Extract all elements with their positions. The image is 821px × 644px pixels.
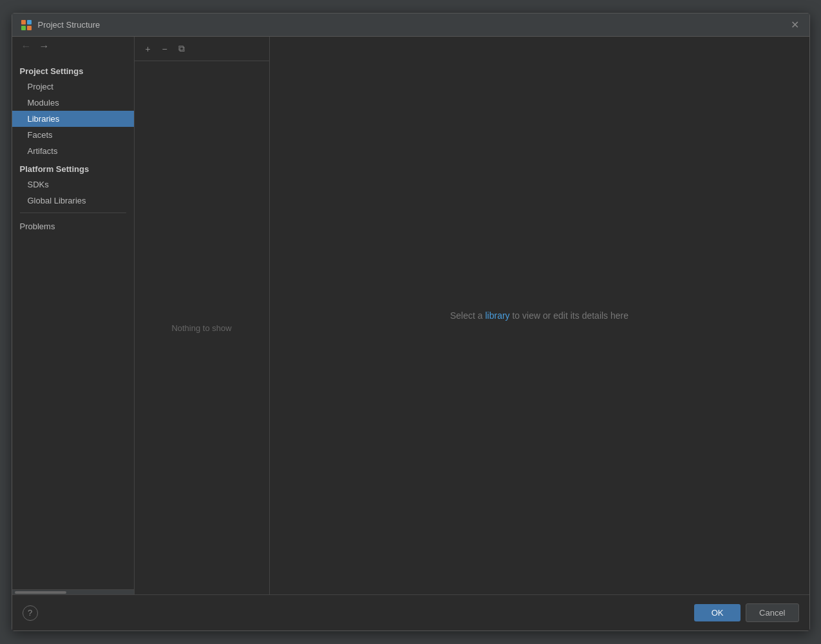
library-list-panel: + − ⧉ Nothing to show <box>135 37 270 594</box>
sidebar-scrollbar[interactable] <box>15 591 66 594</box>
sidebar-item-facets[interactable]: Facets <box>12 127 134 143</box>
svg-rect-0 <box>21 20 26 24</box>
project-structure-dialog: Project Structure ✕ ← → Project Settings… <box>12 13 810 631</box>
sidebar: ← → Project Settings Project Modules Lib… <box>12 37 135 594</box>
copy-library-button[interactable]: ⧉ <box>175 42 189 56</box>
nav-back-forward: ← → <box>12 37 134 56</box>
ok-button[interactable]: OK <box>694 604 741 621</box>
library-hint: Select a library to view or edit its det… <box>450 310 628 321</box>
help-button[interactable]: ? <box>23 605 38 621</box>
sidebar-nav: Project Settings Project Modules Librari… <box>12 56 134 589</box>
add-library-button[interactable]: + <box>141 42 155 56</box>
svg-rect-3 <box>27 26 32 30</box>
sidebar-scrollbar-area <box>12 589 134 594</box>
dialog-title: Project Structure <box>38 20 100 30</box>
sidebar-item-artifacts[interactable]: Artifacts <box>12 143 134 159</box>
split-layout: + − ⧉ Nothing to show Select a library t… <box>135 37 809 594</box>
footer-left: ? <box>23 605 38 621</box>
forward-button[interactable]: → <box>37 41 52 52</box>
close-button[interactable]: ✕ <box>789 19 802 32</box>
title-bar: Project Structure ✕ <box>12 14 809 37</box>
svg-rect-1 <box>27 20 32 24</box>
sidebar-item-project[interactable]: Project <box>12 79 134 95</box>
sidebar-item-problems[interactable]: Problems <box>12 218 134 234</box>
sidebar-divider <box>20 213 126 213</box>
library-list-empty: Nothing to show <box>135 61 269 594</box>
title-bar-left: Project Structure <box>20 19 100 32</box>
app-icon <box>20 19 33 32</box>
svg-rect-2 <box>21 26 26 30</box>
dialog-body: ← → Project Settings Project Modules Lib… <box>12 37 809 594</box>
dialog-footer: ? OK Cancel <box>12 594 809 630</box>
sidebar-item-modules[interactable]: Modules <box>12 95 134 111</box>
library-link-text: library <box>485 310 509 321</box>
platform-settings-header: Platform Settings <box>12 159 134 176</box>
sidebar-item-libraries[interactable]: Libraries <box>12 111 134 127</box>
sidebar-item-global-libraries[interactable]: Global Libraries <box>12 193 134 209</box>
back-button[interactable]: ← <box>19 41 34 52</box>
library-detail-panel: Select a library to view or edit its det… <box>270 37 809 594</box>
sidebar-item-sdks[interactable]: SDKs <box>12 176 134 193</box>
project-settings-header: Project Settings <box>12 61 134 79</box>
remove-library-button[interactable]: − <box>158 42 172 56</box>
cancel-button[interactable]: Cancel <box>746 603 798 622</box>
footer-right: OK Cancel <box>694 603 798 622</box>
panel-toolbar: + − ⧉ <box>135 37 269 61</box>
